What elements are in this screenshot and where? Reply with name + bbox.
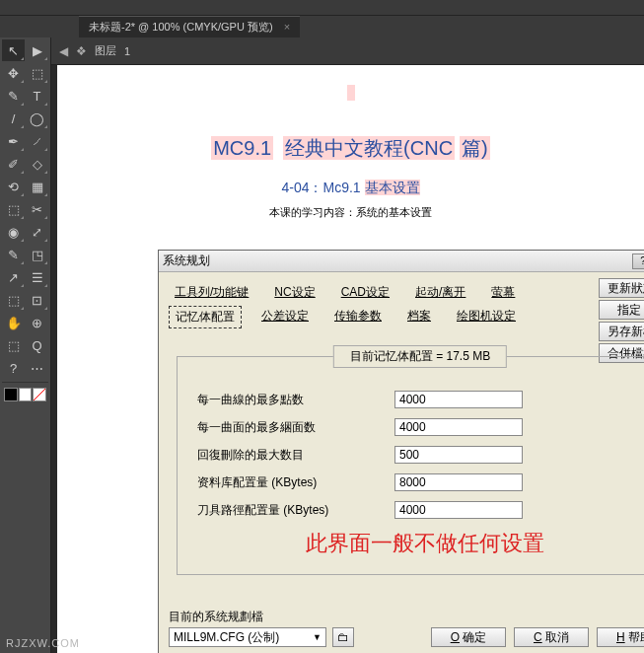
tool-3[interactable]: ⬚ bbox=[26, 62, 48, 84]
divider bbox=[2, 382, 48, 383]
config-row: 回復刪除的最大数目 bbox=[197, 446, 643, 464]
highlight-mark bbox=[347, 85, 355, 101]
tool-14[interactable]: ⬚ bbox=[2, 198, 25, 220]
tool-1[interactable]: ▶ bbox=[26, 39, 48, 61]
document-tab-bar: 未标题-2* @ 100% (CMYK/GPU 预览) × bbox=[0, 16, 644, 37]
side-button[interactable]: 指定 ... bbox=[599, 300, 644, 320]
layer-number: 1 bbox=[124, 45, 130, 57]
tool-25[interactable]: ⊕ bbox=[26, 312, 48, 333]
tool-6[interactable]: / bbox=[2, 108, 25, 129]
config-label: 每一曲線的最多點数 bbox=[197, 392, 394, 408]
dialog-tab[interactable]: 工具列/功能键 bbox=[169, 282, 254, 303]
tool-8[interactable]: ✒ bbox=[2, 130, 25, 152]
tool-20[interactable]: ↗ bbox=[2, 266, 25, 288]
swatch-none[interactable] bbox=[33, 388, 46, 401]
memory-config-title: 目前记忆体配置 = 17.5 MB bbox=[333, 345, 507, 368]
config-label: 每一曲面的最多綑面数 bbox=[197, 419, 394, 436]
config-file-value: MILL9M.CFG (公制) bbox=[174, 629, 279, 646]
dialog-tab[interactable]: 萤幕 bbox=[485, 282, 521, 303]
page-title: MC9.1 经典中文教程(CNC 篇) bbox=[67, 135, 634, 162]
tool-17[interactable]: ⤢ bbox=[26, 221, 48, 243]
dialog-title: 系统规划 bbox=[163, 253, 630, 269]
tool-2[interactable]: ✥ bbox=[2, 62, 25, 84]
dialog-body: 工具列/功能键NC设定CAD设定起动/离开萤幕记忆体配置公差设定传输参数档案绘图… bbox=[159, 272, 644, 653]
watermark: RJZXW.COM bbox=[6, 637, 80, 649]
system-config-dialog: 系统规划 ? ✕ 工具列/功能键NC设定CAD设定起动/离开萤幕记忆体配置公差设… bbox=[158, 250, 644, 653]
layers-panel-header: ◀ ❖ 图层 1 bbox=[51, 37, 644, 65]
chevron-down-icon: ▼ bbox=[313, 632, 322, 642]
toolbox: ↖▶✥⬚✎T/◯✒⟋✐◇⟲▦⬚✂◉⤢✎◳↗☰⬚⊡✋⊕⬚Q?⋯ bbox=[0, 37, 51, 653]
dialog-tab[interactable]: 传输参数 bbox=[328, 306, 388, 328]
config-label: 回復刪除的最大数目 bbox=[197, 447, 394, 464]
tool-21[interactable]: ☰ bbox=[26, 266, 48, 288]
document-tab-label: 未标题-2* @ 100% (CMYK/GPU 预览) bbox=[89, 21, 273, 33]
config-row: 资料库配置量 (KBytes) bbox=[197, 473, 643, 491]
menu-bar bbox=[0, 0, 644, 16]
dialog-tab[interactable]: 起动/离开 bbox=[409, 282, 471, 303]
dialog-side-buttons: 更新狀態...指定 ...另存新檔...合併檔案... bbox=[599, 278, 644, 363]
tool-28[interactable]: ? bbox=[2, 357, 25, 379]
dialog-tabs: 工具列/功能键NC设定CAD设定起动/离开萤幕记忆体配置公差设定传输参数档案绘图… bbox=[169, 282, 563, 328]
tool-10[interactable]: ✐ bbox=[2, 153, 25, 175]
swatch-black[interactable] bbox=[4, 388, 18, 401]
dialog-tab[interactable]: CAD设定 bbox=[335, 282, 395, 303]
config-row: 每一曲線的最多點数 bbox=[197, 391, 643, 408]
config-file-label: 目前的系统规劃檔 bbox=[169, 609, 644, 625]
layers-icon[interactable]: ❖ bbox=[76, 44, 87, 58]
tool-4[interactable]: ✎ bbox=[2, 85, 25, 107]
config-input[interactable] bbox=[394, 501, 523, 519]
swatch-white[interactable] bbox=[19, 388, 33, 401]
tool-13[interactable]: ▦ bbox=[26, 176, 48, 197]
config-input[interactable] bbox=[394, 418, 523, 436]
page-subtitle: 4-04：Mc9.1 基本设置 bbox=[67, 180, 634, 197]
side-button[interactable]: 更新狀態... bbox=[599, 278, 644, 298]
tool-18[interactable]: ✎ bbox=[2, 244, 25, 265]
dialog-titlebar[interactable]: 系统规划 ? ✕ bbox=[159, 251, 644, 272]
dialog-tab[interactable]: 绘图机设定 bbox=[451, 306, 522, 328]
tool-22[interactable]: ⬚ bbox=[2, 289, 25, 311]
tool-24[interactable]: ✋ bbox=[2, 312, 25, 333]
warning-note: 此界面一般不做任何设置 bbox=[207, 529, 643, 558]
close-icon[interactable]: × bbox=[284, 21, 290, 33]
canvas-area: ◀ ❖ 图层 1 MC9.1 经典中文教程(CNC 篇) 4-04：Mc9.1 … bbox=[51, 37, 644, 653]
tool-23[interactable]: ⊡ bbox=[26, 289, 48, 311]
browse-icon[interactable]: 🗀 bbox=[332, 627, 354, 647]
config-label: 资料库配置量 (KBytes) bbox=[197, 474, 394, 491]
tool-12[interactable]: ⟲ bbox=[2, 176, 25, 197]
side-button[interactable]: 另存新檔... bbox=[599, 322, 644, 341]
帮助-button[interactable]: H 帮助 bbox=[597, 627, 644, 647]
config-input[interactable] bbox=[394, 391, 523, 408]
tool-26[interactable]: ⬚ bbox=[2, 334, 25, 356]
dialog-tab[interactable]: NC设定 bbox=[268, 282, 321, 303]
config-file-select[interactable]: MILL9M.CFG (公制) ▼ bbox=[169, 627, 326, 647]
tool-7[interactable]: ◯ bbox=[26, 108, 48, 129]
tool-11[interactable]: ◇ bbox=[26, 153, 48, 175]
document-tab[interactable]: 未标题-2* @ 100% (CMYK/GPU 预览) × bbox=[79, 16, 300, 37]
help-button[interactable]: ? bbox=[632, 254, 644, 269]
config-row: 每一曲面的最多綑面数 bbox=[197, 418, 643, 436]
memory-config-group: 目前记忆体配置 = 17.5 MB 每一曲線的最多點数每一曲面的最多綑面数回復刪… bbox=[177, 356, 644, 575]
config-input[interactable] bbox=[394, 473, 523, 491]
layers-label: 图层 bbox=[95, 43, 116, 58]
确定-button[interactable]: O 确定 bbox=[431, 627, 506, 647]
tool-29[interactable]: ⋯ bbox=[26, 357, 48, 379]
config-label: 刀具路徑配置量 (KBytes) bbox=[197, 502, 394, 519]
tool-9[interactable]: ⟋ bbox=[26, 130, 48, 152]
tool-16[interactable]: ◉ bbox=[2, 221, 25, 243]
dialog-tab[interactable]: 档案 bbox=[401, 306, 437, 328]
chevron-left-icon[interactable]: ◀ bbox=[59, 44, 68, 58]
dialog-tab[interactable]: 记忆体配置 bbox=[169, 306, 242, 328]
tool-15[interactable]: ✂ bbox=[26, 198, 48, 220]
取消-button[interactable]: C 取消 bbox=[514, 627, 589, 647]
main-area: ↖▶✥⬚✎T/◯✒⟋✐◇⟲▦⬚✂◉⤢✎◳↗☰⬚⊡✋⊕⬚Q?⋯ ◀ ❖ 图层 1 … bbox=[0, 37, 644, 653]
tool-5[interactable]: T bbox=[26, 85, 48, 107]
dialog-tab[interactable]: 公差设定 bbox=[255, 306, 315, 328]
tool-27[interactable]: Q bbox=[26, 334, 48, 356]
dialog-footer: 目前的系统规劃檔 MILL9M.CFG (公制) ▼ 🗀 O 确定C 取消H 帮… bbox=[169, 609, 644, 647]
page-note: 本课的学习内容：系统的基本设置 bbox=[67, 205, 634, 220]
color-swatches bbox=[4, 388, 46, 401]
config-input[interactable] bbox=[394, 446, 523, 464]
config-row: 刀具路徑配置量 (KBytes) bbox=[197, 501, 643, 519]
tool-0[interactable]: ↖ bbox=[2, 39, 25, 61]
tool-19[interactable]: ◳ bbox=[26, 244, 48, 265]
